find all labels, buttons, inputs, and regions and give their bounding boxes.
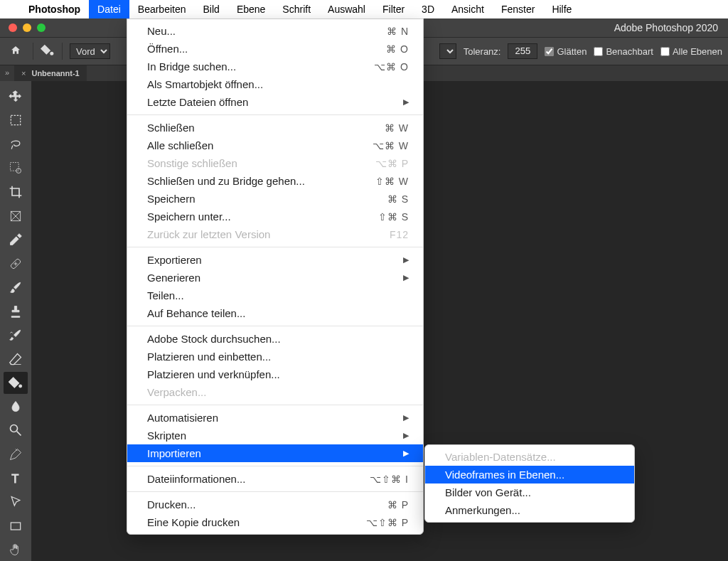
bucket-icon[interactable] <box>41 43 55 60</box>
submenu-item[interactable]: Bilder von Gerät... <box>425 483 634 501</box>
chevron-right-icon: ▶ <box>403 413 409 422</box>
divider <box>33 43 33 60</box>
shortcut-label: ⌘ O <box>359 43 409 55</box>
menu-3d[interactable]: 3D <box>413 0 443 18</box>
menu-item[interactable]: Adobe Stock durchsuchen... <box>127 330 423 348</box>
menu-item-label: Eine Kopie drucken <box>147 516 359 528</box>
paint-bucket-tool[interactable] <box>4 372 28 395</box>
submenu-item-label: Videoframes in Ebenen... <box>445 469 564 481</box>
marquee-tool[interactable] <box>4 109 28 132</box>
chevron-right-icon: ▶ <box>403 431 409 440</box>
menu-item-label: Schließen und zu Bridge gehen... <box>147 175 359 187</box>
menu-ansicht[interactable]: Ansicht <box>443 0 493 18</box>
menu-item[interactable]: Automatisieren▶ <box>127 409 423 427</box>
frame-tool[interactable] <box>4 205 28 228</box>
menu-item[interactable]: Alle schließen⌥⌘ W <box>127 137 423 154</box>
menu-item[interactable]: Auf Behance teilen... <box>127 304 423 322</box>
menu-schrift[interactable]: Schrift <box>274 0 319 18</box>
menu-item[interactable]: Platzieren und verknüpfen... <box>127 365 423 383</box>
menu-item: Sonstige schließen⌥⌘ P <box>127 154 423 172</box>
chevron-right-icon: ▶ <box>403 255 409 265</box>
eyedropper-tool[interactable] <box>4 228 28 251</box>
svg-point-0 <box>50 51 53 55</box>
menu-item-label: Sonstige schließen <box>147 157 359 169</box>
menu-hilfe[interactable]: Hilfe <box>543 0 580 18</box>
hand-tool[interactable] <box>4 538 28 561</box>
stamp-tool[interactable] <box>4 300 28 323</box>
alle-ebenen-checkbox[interactable]: Alle Ebenen <box>660 46 722 57</box>
menu-ebene[interactable]: Ebene <box>228 0 274 18</box>
shortcut-label: ⌥⇧⌘ I <box>359 474 409 485</box>
fill-source-select[interactable]: Vord <box>70 43 110 59</box>
history-brush-tool[interactable] <box>4 324 28 346</box>
tools-panel: T <box>0 81 31 561</box>
rectangle-tool[interactable] <box>4 515 28 538</box>
menu-item-label: Skripten <box>147 429 397 442</box>
menu-item[interactable]: Neu...⌘ N <box>127 22 423 40</box>
benachbart-checkbox[interactable]: Benachbart <box>594 46 653 57</box>
menu-item[interactable]: Dateiinformationen...⌥⇧⌘ I <box>127 470 423 488</box>
glatten-checkbox[interactable]: Glätten <box>545 46 587 57</box>
menu-item[interactable]: Speichern⌘ S <box>127 190 423 208</box>
shortcut-label: ⌘ W <box>359 122 409 134</box>
menu-item[interactable]: Teilen... <box>127 287 423 304</box>
menu-item[interactable]: Schließen und zu Bridge gehen...⇧⌘ W <box>127 172 423 190</box>
menu-auswahl[interactable]: Auswahl <box>319 0 374 18</box>
quickselect-tool[interactable] <box>4 157 28 180</box>
expand-panels-icon[interactable]: » <box>0 65 14 81</box>
brush-tool[interactable] <box>4 276 28 299</box>
menu-item-label: Teilen... <box>147 289 409 301</box>
menu-item[interactable]: Platzieren und einbetten... <box>127 348 423 365</box>
menu-filter[interactable]: Filter <box>374 0 413 18</box>
menu-item[interactable]: Eine Kopie drucken⌥⇧⌘ P <box>127 513 423 531</box>
menu-item-label: Schließen <box>147 122 359 134</box>
menu-item[interactable]: Als Smartobjekt öffnen... <box>127 75 423 93</box>
app-name[interactable]: Photoshop <box>20 4 89 15</box>
menu-item[interactable]: Letzte Dateien öffnen▶ <box>127 93 423 111</box>
menu-item-label: Platzieren und einbetten... <box>147 351 409 363</box>
menu-item[interactable]: Drucken...⌘ P <box>127 496 423 513</box>
importieren-submenu: Variablen-Datensätze...Videoframes in Eb… <box>424 444 635 523</box>
lasso-tool[interactable] <box>4 133 28 156</box>
menu-item[interactable]: Skripten▶ <box>127 427 423 444</box>
svg-line-12 <box>17 432 21 436</box>
submenu-item[interactable]: Anmerkungen... <box>425 501 634 519</box>
svg-point-10 <box>19 385 22 388</box>
menu-item[interactable]: In Bridge suchen...⌥⌘ O <box>127 58 423 75</box>
document-tab[interactable]: × Unbenannt-1 <box>14 65 87 81</box>
blur-tool[interactable] <box>4 395 28 418</box>
menu-bearbeiten[interactable]: Bearbeiten <box>129 0 195 18</box>
menu-item: Zurück zur letzten VersionF12 <box>127 225 423 243</box>
eraser-tool[interactable] <box>4 348 28 370</box>
move-tool[interactable] <box>4 85 28 108</box>
submenu-item-label: Bilder von Gerät... <box>445 486 531 498</box>
menu-item[interactable]: Speichern unter...⇧⌘ S <box>127 208 423 225</box>
tolerance-input[interactable]: 255 <box>508 43 537 59</box>
home-icon[interactable] <box>6 45 26 58</box>
menu-bild[interactable]: Bild <box>195 0 228 18</box>
submenu-item-label: Variablen-Datensätze... <box>445 451 556 463</box>
menu-item[interactable]: Öffnen...⌘ O <box>127 40 423 58</box>
menu-item-label: Generieren <box>147 272 397 284</box>
close-tab-icon[interactable]: × <box>21 69 26 78</box>
dodge-tool[interactable] <box>4 420 28 442</box>
menu-item[interactable]: Importieren▶ <box>127 444 423 462</box>
type-tool[interactable]: T <box>4 467 28 490</box>
mode-select[interactable] <box>439 43 456 59</box>
pen-tool[interactable] <box>4 443 28 466</box>
healing-tool[interactable] <box>4 252 28 275</box>
menu-item-label: Verpacken... <box>147 386 409 398</box>
menu-item-label: Als Smartobjekt öffnen... <box>147 78 409 90</box>
svg-rect-2 <box>11 163 19 171</box>
submenu-item[interactable]: Videoframes in Ebenen... <box>425 466 634 483</box>
menu-item[interactable]: Schließen⌘ W <box>127 119 423 137</box>
menu-item[interactable]: Exportieren▶ <box>127 251 423 269</box>
macos-menubar: Photoshop Datei Bearbeiten Bild Ebene Sc… <box>0 0 728 18</box>
menu-item[interactable]: Generieren▶ <box>127 269 423 287</box>
path-select-tool[interactable] <box>4 491 28 513</box>
menu-item-label: Platzieren und verknüpfen... <box>147 368 409 380</box>
chevron-right-icon: ▶ <box>403 97 409 107</box>
menu-fenster[interactable]: Fenster <box>493 0 543 18</box>
menu-datei[interactable]: Datei <box>89 0 129 18</box>
crop-tool[interactable] <box>4 181 28 203</box>
